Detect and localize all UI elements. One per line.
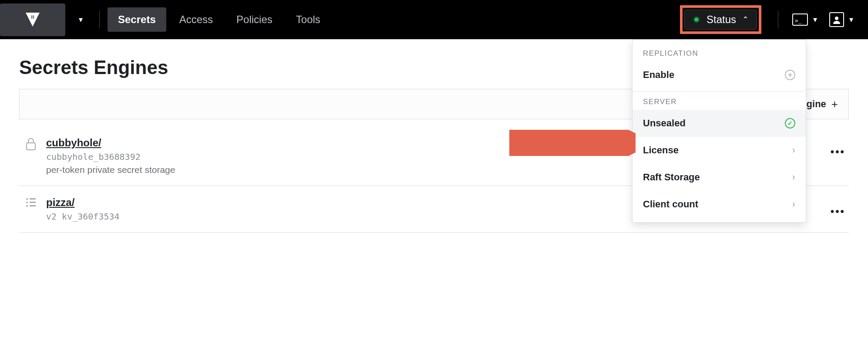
svg-rect-10 — [30, 198, 36, 199]
nav-links: Secrets Access Policies Tools — [108, 7, 331, 32]
lock-icon — [25, 138, 38, 175]
chevron-up-icon: ⌃ — [742, 15, 749, 24]
list-icon — [25, 197, 38, 222]
svg-point-3 — [31, 17, 33, 19]
nav-link-secrets[interactable]: Secrets — [108, 7, 166, 32]
chevron-right-icon: › — [792, 145, 795, 156]
engine-meta: v2 kv_360f3534 — [46, 211, 120, 222]
svg-point-1 — [31, 16, 33, 17]
dropdown-divider — [632, 91, 806, 91]
terminal-icon: >_ — [792, 14, 808, 26]
nav-link-policies[interactable]: Policies — [226, 7, 283, 32]
svg-point-11 — [26, 202, 28, 203]
svg-rect-12 — [30, 202, 36, 203]
svg-point-2 — [33, 16, 34, 17]
svg-marker-0 — [26, 13, 40, 27]
dropdown-item-license[interactable]: License › — [632, 137, 806, 164]
dropdown-section-label: SERVER — [632, 94, 806, 110]
nav-link-tools[interactable]: Tools — [286, 7, 331, 32]
user-icon — [829, 12, 844, 27]
status-label: Status — [707, 14, 736, 26]
svg-rect-8 — [27, 143, 35, 150]
dropdown-item-unsealed[interactable]: Unsealed ✓ — [632, 110, 806, 137]
chevron-down-icon: ▾ — [813, 15, 817, 24]
status-button[interactable]: Status ⌃ — [684, 10, 757, 30]
status-highlight-box: Status ⌃ — [680, 5, 761, 34]
plus-circle-icon: + — [785, 70, 795, 80]
dropdown-item-raft-storage[interactable]: Raft Storage › — [632, 164, 806, 191]
svg-point-13 — [26, 205, 28, 207]
console-button[interactable]: >_ ▾ — [786, 9, 823, 30]
engine-actions-menu[interactable]: ••• — [831, 145, 845, 158]
vault-logo-icon — [24, 11, 41, 28]
check-circle-icon: ✓ — [785, 118, 795, 128]
dropdown-item-enable-replication[interactable]: Enable + — [632, 61, 806, 88]
svg-rect-14 — [30, 205, 36, 206]
status-indicator-icon — [693, 16, 700, 24]
dropdown-item-label: Raft Storage — [643, 172, 700, 183]
dropdown-section-label: REPLICATION — [632, 46, 806, 61]
chevron-right-icon: › — [792, 172, 795, 183]
user-menu-button[interactable]: ▾ — [823, 8, 859, 31]
dropdown-item-label: Enable — [643, 69, 674, 81]
chevron-down-icon: ▾ — [79, 15, 83, 24]
engine-link[interactable]: pizza/ — [46, 196, 120, 209]
dropdown-item-label: Unsealed — [643, 118, 686, 129]
svg-point-9 — [26, 198, 28, 200]
nav-link-access[interactable]: Access — [169, 7, 223, 32]
top-nav: ▾ Secrets Access Policies Tools Status ⌃… — [0, 0, 868, 39]
dropdown-item-client-count[interactable]: Client count › — [632, 191, 806, 218]
namespace-picker[interactable]: ▾ — [70, 3, 91, 36]
svg-point-4 — [33, 17, 34, 19]
nav-divider — [99, 11, 100, 28]
chevron-down-icon: ▾ — [849, 15, 853, 24]
chevron-right-icon: › — [792, 199, 795, 210]
plus-icon: + — [831, 98, 838, 111]
nav-divider — [778, 11, 778, 28]
engine-actions-menu[interactable]: ••• — [831, 205, 845, 217]
dropdown-item-label: License — [643, 145, 679, 156]
logo-button[interactable] — [0, 3, 65, 36]
engine-meta: cubbyhole_b3688392 — [46, 152, 175, 162]
status-dropdown: REPLICATION Enable + SERVER Unsealed ✓ L… — [632, 39, 806, 223]
engine-link[interactable]: cubbyhole/ — [46, 137, 175, 149]
engine-description: per-token private secret storage — [46, 165, 175, 175]
dropdown-item-label: Client count — [643, 199, 698, 210]
svg-point-5 — [835, 17, 838, 20]
